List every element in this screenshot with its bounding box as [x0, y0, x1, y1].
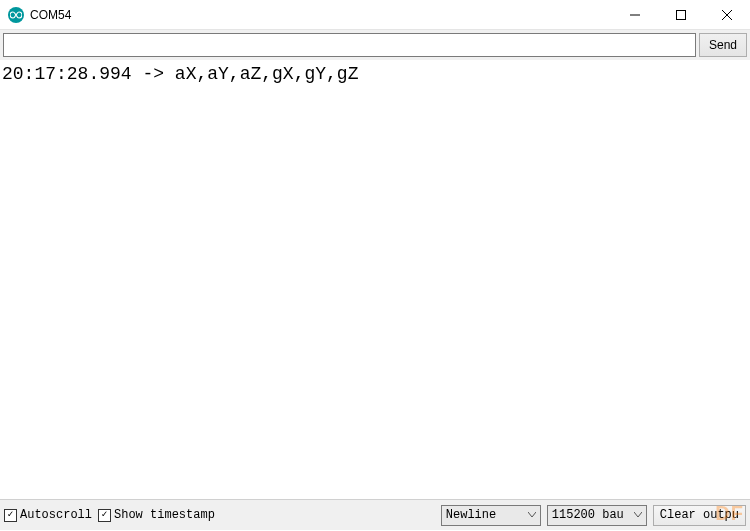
window-title: COM54 [30, 8, 71, 22]
svg-rect-1 [677, 10, 686, 19]
chevron-down-icon [528, 508, 536, 522]
checkbox-icon: ✓ [4, 509, 17, 522]
serial-input[interactable] [3, 33, 696, 57]
clear-output-button[interactable]: Clear outpu [653, 505, 746, 526]
titlebar: COM54 [0, 0, 750, 30]
console-line: 20:17:28.994 -> aX,aY,aZ,gX,gY,gZ [2, 64, 358, 84]
line-ending-select[interactable]: Newline [441, 505, 541, 526]
chevron-down-icon [634, 508, 642, 522]
baud-value: 115200 bau [552, 508, 624, 522]
close-button[interactable] [704, 0, 750, 29]
baud-rate-select[interactable]: 115200 bau [547, 505, 647, 526]
window-controls [612, 0, 750, 29]
input-toolbar: Send [0, 30, 750, 60]
checkbox-icon: ✓ [98, 509, 111, 522]
show-timestamp-checkbox[interactable]: ✓ Show timestamp [98, 508, 215, 522]
serial-console: 20:17:28.994 -> aX,aY,aZ,gX,gY,gZ [0, 60, 750, 500]
autoscroll-label: Autoscroll [20, 508, 92, 522]
minimize-button[interactable] [612, 0, 658, 29]
maximize-button[interactable] [658, 0, 704, 29]
bottom-toolbar: ✓ Autoscroll ✓ Show timestamp Newline 11… [0, 500, 750, 530]
timestamp-label: Show timestamp [114, 508, 215, 522]
arduino-icon [8, 7, 24, 23]
autoscroll-checkbox[interactable]: ✓ Autoscroll [4, 508, 92, 522]
send-button[interactable]: Send [699, 33, 747, 57]
line-ending-value: Newline [446, 508, 496, 522]
